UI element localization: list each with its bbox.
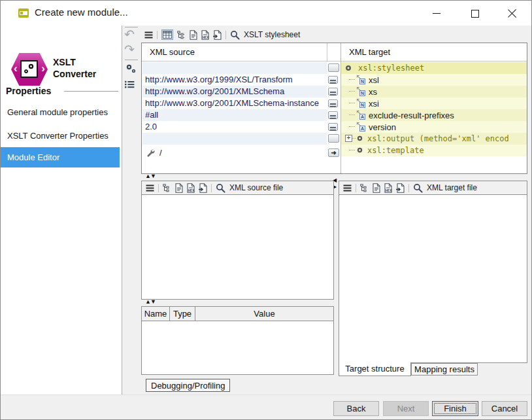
source-row[interactable]: 2.0 (142, 121, 327, 133)
grid-view-icon[interactable] (161, 29, 173, 40)
connector-slot-button[interactable] (328, 63, 339, 72)
source-row-text: #all (145, 110, 158, 120)
target-file-view[interactable] (339, 194, 527, 363)
tree-node-label: version (369, 122, 396, 132)
doc-icon[interactable] (373, 183, 380, 193)
tree-node-output[interactable]: + xsl:output (method='xml' encod (341, 133, 527, 145)
properties-section-title: Properties (6, 86, 51, 96)
tree-branch-line (349, 103, 355, 103)
menu-icon[interactable] (144, 31, 153, 39)
back-button[interactable]: Back (333, 401, 379, 416)
target-tree: xsl:stylesheet ↖N xsl ↖N xs ↖N xsi ↖A ex… (341, 62, 527, 156)
xml-source-header: XML source (150, 47, 195, 57)
target-file-toolbar: HEX XML target file (339, 181, 527, 195)
tree-node-stylesheet[interactable]: xsl:stylesheet (341, 62, 527, 74)
source-row[interactable] (142, 133, 327, 145)
sidebar-item-module-editor[interactable]: Module Editor (1, 147, 120, 167)
tree-branch-line (349, 150, 355, 150)
import-doc-icon[interactable] (396, 183, 405, 193)
source-row[interactable] (142, 62, 327, 74)
source-row-text: 2.0 (145, 122, 157, 131)
tab-target-structure[interactable]: Target structure (339, 362, 411, 376)
gear-node-icon (356, 134, 364, 143)
tree-branch-line (349, 126, 355, 127)
tree-node-label: xsl:stylesheet (358, 63, 424, 73)
horizontal-splitter[interactable]: ▲▼ (145, 173, 156, 179)
tree-branch-line (349, 79, 355, 80)
tree-node-template[interactable]: xsl:template (341, 145, 527, 156)
toolbar-separator (225, 31, 226, 39)
hex-doc-icon[interactable]: HEX (201, 30, 209, 40)
tree-view-icon[interactable] (163, 184, 171, 192)
arrow-connector-button[interactable]: ➜ (328, 149, 339, 157)
finish-button[interactable]: Finish (432, 401, 478, 416)
equal-connector-button[interactable] (328, 76, 338, 84)
doc-icon[interactable] (175, 183, 183, 193)
close-button[interactable] (497, 3, 527, 23)
source-row[interactable]: #all (142, 109, 327, 121)
tree-node-version[interactable]: ↖A version (341, 121, 527, 133)
tree-branch-line (349, 91, 355, 92)
equal-connector-button[interactable] (328, 123, 338, 131)
cancel-button[interactable]: Cancel (482, 401, 527, 416)
tree-node-exclude-result-prefixes[interactable]: ↖A exclude-result-prefixes (341, 109, 527, 121)
splitter-up-icon: ▲ (145, 173, 150, 179)
tree-node-xsi[interactable]: ↖N xsi (341, 97, 527, 109)
hex-doc-icon[interactable]: HEX (384, 183, 392, 193)
equal-connector-button[interactable] (328, 88, 338, 96)
logo-title: XSLT Converter (53, 56, 96, 80)
doc-icon[interactable] (190, 30, 197, 40)
sidebar-item-general-module-properties[interactable]: General module properties (1, 105, 120, 120)
variables-table-header: Name Type Value (142, 307, 333, 321)
search-icon[interactable] (413, 183, 423, 193)
equal-connector-button[interactable] (328, 99, 338, 107)
source-row[interactable]: http://www.w3.org/2001/XMLSchema-instanc… (142, 97, 327, 109)
stylesheet-toolbar: HEX XSLT stylesheet (144, 28, 300, 41)
source-root-row[interactable]: / (142, 147, 327, 160)
maximize-button[interactable] (459, 3, 490, 23)
search-icon[interactable] (216, 183, 225, 193)
redo-icon[interactable]: ↷ (124, 43, 135, 56)
list-icon[interactable] (125, 79, 135, 91)
import-doc-icon[interactable] (213, 30, 222, 40)
undo-icon[interactable]: ↶ (124, 28, 135, 41)
source-row-text: http://www.w3.org/1999/XSL/Transform (145, 75, 293, 84)
sidebar-item-xslt-converter-properties[interactable]: XSLT Converter Properties (1, 129, 120, 143)
attribute-icon: ↖A (356, 122, 366, 131)
horizontal-splitter[interactable]: ▲▼ (145, 298, 156, 305)
gear-node-icon (356, 146, 364, 154)
source-file-view[interactable] (141, 194, 334, 300)
menu-icon[interactable] (146, 184, 154, 192)
tree-view-icon[interactable] (360, 184, 369, 192)
tree-node-xsl[interactable]: ↖N xsl (341, 74, 527, 86)
column-header-type[interactable]: Type (170, 307, 195, 321)
debugging-profiling-button[interactable]: Debugging/Profiling (146, 379, 230, 392)
menu-icon[interactable] (343, 184, 352, 192)
source-row[interactable]: http://www.w3.org/1999/XSL/Transform (142, 74, 327, 86)
target-file-toolbar-label: XML target file (427, 183, 477, 192)
tree-node-label: xsl:template (367, 146, 424, 155)
settings-gears-icon[interactable] (125, 63, 138, 76)
tree-node-label: xsi (369, 99, 379, 109)
tree-node-label: exclude-result-prefixes (369, 111, 454, 120)
expand-icon[interactable]: + (345, 135, 352, 142)
tree-branch-line (349, 114, 355, 115)
hex-doc-icon[interactable]: HEX (187, 183, 195, 193)
toolbar-separator (408, 184, 409, 192)
minimize-button[interactable] (422, 3, 452, 23)
connector-slot-button[interactable] (328, 134, 339, 143)
source-file-toolbar: HEX XML source file (141, 181, 334, 195)
equal-connector-button[interactable] (328, 111, 338, 119)
tree-node-xs[interactable]: ↖N xs (341, 86, 527, 97)
tree-node-label: xsl (369, 75, 379, 85)
stylesheet-toolbar-label: XSLT stylesheet (244, 30, 300, 39)
source-row[interactable]: http://www.w3.org/2001/XMLSchema (142, 86, 327, 97)
search-icon[interactable] (230, 30, 240, 40)
column-header-name[interactable]: Name (142, 307, 170, 321)
import-doc-icon[interactable] (199, 183, 207, 193)
column-header-value[interactable]: Value (195, 307, 333, 321)
toolbar-separator (157, 31, 158, 39)
tab-mapping-results[interactable]: Mapping results (411, 363, 478, 376)
tree-view-icon[interactable] (177, 31, 186, 39)
window-title: Create new module... (35, 7, 128, 18)
